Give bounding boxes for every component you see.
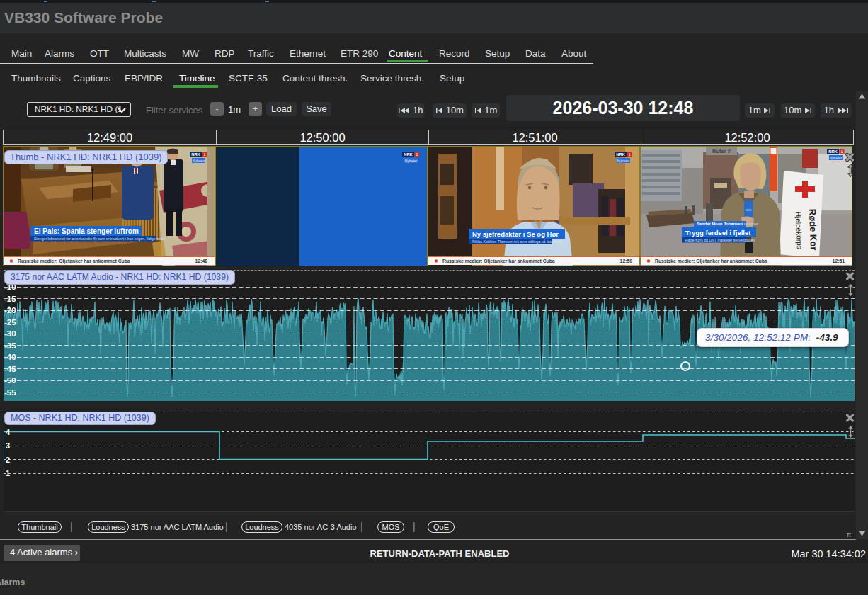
svg-text:Stenger luftrommet for amerika: Stenger luftrommet for amerikanske fly s… bbox=[34, 237, 165, 241]
svg-text:NRK: NRK bbox=[616, 152, 625, 157]
svg-text:-50: -50 bbox=[4, 376, 16, 385]
svg-text:-40: -40 bbox=[4, 353, 16, 361]
svg-text:1: 1 bbox=[840, 149, 843, 154]
svg-text:-45: -45 bbox=[4, 365, 16, 373]
svg-text:-25: -25 bbox=[4, 318, 16, 327]
svg-text:Niklas Kokkinn-Thoresen tek ov: Niklas Kokkinn-Thoresen tek over stillin… bbox=[472, 239, 562, 244]
svg-text:Sander Moen Johansen reporter: Sander Moen Johansen reporter bbox=[697, 222, 758, 226]
svg-text:2: 2 bbox=[6, 455, 10, 464]
svg-text:NRK: NRK bbox=[828, 149, 838, 154]
svg-text:Nyheter: Nyheter bbox=[830, 156, 843, 160]
svg-text:12:50: 12:50 bbox=[620, 259, 633, 264]
svg-text:1: 1 bbox=[6, 469, 10, 477]
svg-text:El Pais: Spania stenger luftro: El Pais: Spania stenger luftrom bbox=[34, 227, 139, 235]
svg-text:NRK: NRK bbox=[191, 152, 200, 157]
svg-text:1: 1 bbox=[416, 152, 418, 157]
svg-text:-55: -55 bbox=[4, 388, 16, 397]
svg-text:-15: -15 bbox=[4, 295, 16, 303]
svg-text:Hjelpekorps: Hjelpekorps bbox=[794, 212, 804, 249]
svg-text:3: 3 bbox=[6, 441, 10, 450]
svg-text:4: 4 bbox=[6, 428, 11, 436]
svg-text:Røde Kors og DNT markerer fjel: Røde Kors og DNT markerer fjellvettdagen bbox=[685, 238, 755, 242]
svg-text:Russiske medier: Oljetanker ha: Russiske medier: Oljetanker har ankommet… bbox=[18, 259, 130, 264]
svg-text:NRK: NRK bbox=[404, 152, 413, 157]
svg-text:-30: -30 bbox=[4, 329, 16, 338]
svg-text:Nyheter: Nyheter bbox=[617, 159, 630, 163]
svg-text:Nyheter: Nyheter bbox=[193, 159, 205, 163]
svg-text:Russiske medier: Oljetanker ha: Russiske medier: Oljetanker har ankommet… bbox=[442, 259, 555, 264]
svg-text:12:51: 12:51 bbox=[833, 259, 845, 264]
svg-text:Russiske medier: Oljetanker ha: Russiske medier: Oljetanker har ankommet… bbox=[655, 259, 767, 264]
svg-text:Ny sjefredaktør i Se og Hør: Ny sjefredaktør i Se og Hør bbox=[472, 230, 559, 238]
svg-text:NRK: NRK bbox=[746, 208, 752, 212]
svg-text:Røde Kor: Røde Kor bbox=[807, 209, 819, 251]
svg-text:1: 1 bbox=[628, 152, 630, 157]
svg-text:-20: -20 bbox=[4, 306, 16, 314]
svg-text:Ruter #: Ruter # bbox=[712, 148, 731, 154]
svg-text:1: 1 bbox=[203, 152, 205, 157]
svg-text:Trygg ferdsel i fjellet: Trygg ferdsel i fjellet bbox=[685, 229, 751, 237]
svg-text:Nyheter: Nyheter bbox=[405, 159, 418, 163]
svg-text:-35: -35 bbox=[4, 341, 16, 350]
svg-text:12:48: 12:48 bbox=[195, 259, 208, 264]
